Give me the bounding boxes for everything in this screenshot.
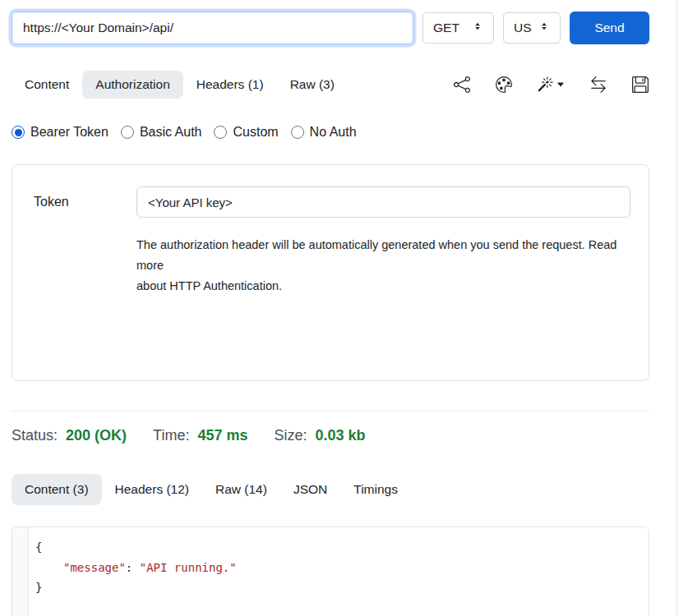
tab-response-headers[interactable]: Headers (12)	[102, 474, 202, 505]
tab-content[interactable]: Content	[12, 71, 82, 99]
method-select-value: GET	[433, 21, 459, 35]
tab-response-content[interactable]: Content (3)	[12, 474, 102, 505]
size-value: 0.03 kb	[316, 427, 366, 444]
token-help-text: The authorization header will be automat…	[136, 235, 630, 297]
caret-down-icon	[556, 80, 565, 89]
response-body-panel: { "message": "API running." }	[12, 526, 649, 616]
url-input[interactable]	[12, 11, 413, 44]
status-value: 200 (OK)	[66, 427, 127, 444]
tab-response-json[interactable]: JSON	[280, 474, 340, 505]
token-help-line2: about HTTP Authentication.	[136, 276, 630, 297]
radio-label: Custom	[233, 125, 278, 140]
token-input[interactable]	[136, 186, 630, 218]
method-select[interactable]: GET	[422, 12, 494, 44]
tab-authorization[interactable]: Authorization	[82, 71, 182, 99]
radio-circle-checked-icon	[12, 126, 25, 139]
swap-arrows-icon[interactable]	[590, 76, 607, 93]
api-client-page: GET US Send Content Authorization Header…	[0, 0, 688, 616]
radio-circle-icon	[291, 126, 304, 139]
token-field-label: Token	[34, 195, 136, 209]
toolbar	[454, 76, 649, 93]
size-label: Size:	[274, 427, 307, 444]
section-divider	[12, 411, 649, 411]
response-tabs: Content (3) Headers (12) Raw (14) JSON T…	[12, 474, 649, 505]
palette-icon[interactable]	[496, 76, 512, 93]
tab-raw[interactable]: Raw (3)	[277, 71, 348, 99]
radio-label: No Auth	[310, 125, 357, 140]
time-label: Time:	[153, 427, 189, 444]
right-edge-divider	[676, 0, 677, 616]
code-line-close: }	[35, 577, 642, 598]
time-value: 457 ms	[197, 427, 247, 444]
json-separator: :	[126, 561, 140, 574]
share-icon[interactable]	[454, 76, 470, 93]
radio-label: Bearer Token	[30, 125, 109, 140]
auth-type-options: Bearer Token Basic Auth Custom No Auth	[12, 125, 649, 140]
token-panel: Token The authorization header will be a…	[12, 164, 649, 381]
magic-wand-icon[interactable]	[538, 76, 565, 92]
region-select-value: US	[514, 21, 532, 35]
response-status-row: Status: 200 (OK) Time: 457 ms Size: 0.03…	[12, 427, 649, 444]
radio-basic-auth[interactable]: Basic Auth	[121, 125, 202, 140]
radio-custom[interactable]: Custom	[214, 125, 278, 140]
code-line-message: "message": "API running."	[35, 558, 642, 578]
radio-bearer-token[interactable]: Bearer Token	[12, 125, 109, 140]
request-tabs: Content Authorization Headers (1) Raw (3…	[12, 71, 348, 99]
json-value: "API running."	[140, 561, 237, 574]
chevron-expand-icon	[472, 21, 483, 35]
radio-no-auth[interactable]: No Auth	[291, 125, 357, 140]
save-icon[interactable]	[632, 76, 649, 93]
request-bar: GET US Send	[12, 11, 649, 44]
chevron-expand-icon	[538, 21, 550, 35]
tab-response-raw[interactable]: Raw (14)	[202, 474, 280, 505]
code-line-open: {	[35, 537, 642, 558]
radio-label: Basic Auth	[140, 125, 202, 140]
tab-headers[interactable]: Headers (1)	[183, 71, 277, 99]
code-gutter	[12, 527, 29, 616]
json-key: "message"	[63, 561, 126, 574]
region-select[interactable]: US	[503, 12, 561, 44]
response-json-code: { "message": "API running." }	[29, 527, 649, 616]
radio-circle-icon	[121, 126, 134, 139]
tab-response-timings[interactable]: Timings	[340, 474, 411, 505]
status-label: Status:	[12, 427, 58, 444]
radio-circle-icon	[214, 126, 227, 139]
token-help-line1: The authorization header will be automat…	[136, 235, 630, 276]
send-button[interactable]: Send	[570, 11, 649, 44]
request-tabs-row: Content Authorization Headers (1) Raw (3…	[12, 69, 649, 99]
